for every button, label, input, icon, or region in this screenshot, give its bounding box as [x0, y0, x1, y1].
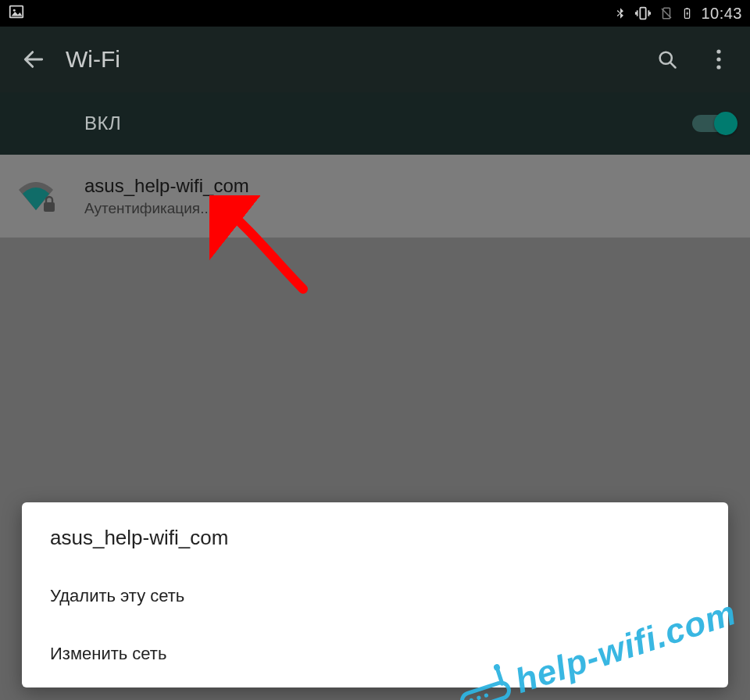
android-wifi-settings-screen: asus_help-wifi_com Аутентификация...: [0, 0, 750, 700]
dialog-title: asus_help-wifi_com: [22, 521, 728, 567]
annotation-arrow-icon: [209, 195, 334, 297]
scrim-header-dim: [0, 0, 750, 155]
dialog-modify-network[interactable]: Изменить сеть: [22, 625, 728, 683]
dialog-forget-network[interactable]: Удалить эту сеть: [22, 567, 728, 625]
network-context-dialog: asus_help-wifi_com Удалить эту сеть Изме…: [22, 502, 728, 688]
